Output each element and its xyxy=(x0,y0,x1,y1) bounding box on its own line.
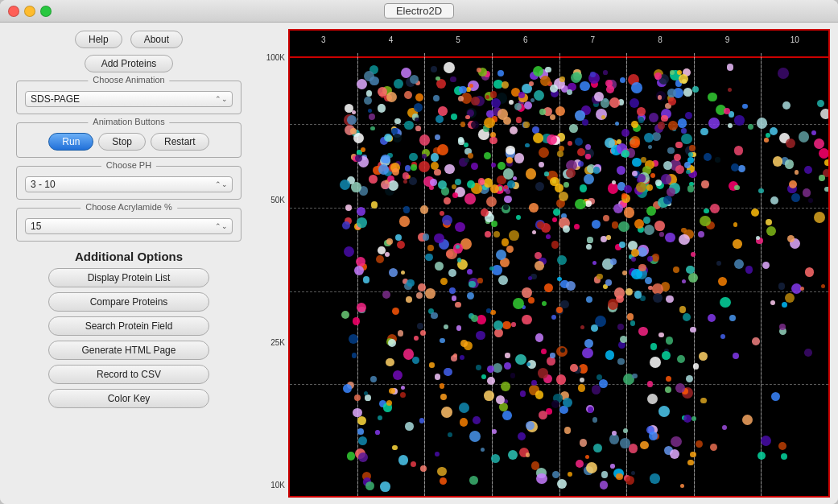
protein-dot xyxy=(410,75,419,84)
protein-dot xyxy=(733,222,738,227)
protein-dot xyxy=(593,444,602,452)
acrylamide-select-wrapper[interactable]: 15 10 8 12 xyxy=(25,218,233,234)
protein-dot xyxy=(343,384,352,393)
protein-dot xyxy=(679,74,689,85)
protein-dot xyxy=(539,147,550,159)
protein-dot xyxy=(708,93,717,102)
compare-proteins-button[interactable]: Compare Proteins xyxy=(48,292,209,312)
anim-btn-row: Run Stop Restart xyxy=(25,133,233,151)
protein-dot xyxy=(419,134,431,146)
protein-dot xyxy=(489,137,497,145)
protein-dot xyxy=(505,353,510,358)
add-proteins-button[interactable]: Add Proteins xyxy=(85,55,174,72)
protein-dot xyxy=(563,182,569,188)
search-protein-field-button[interactable]: Search Protein Field xyxy=(48,316,209,336)
protein-dot xyxy=(632,374,638,379)
protein-dot xyxy=(486,308,491,313)
record-to-csv-button[interactable]: Record to CSV xyxy=(48,365,209,384)
protein-dot xyxy=(357,416,366,425)
protein-dot xyxy=(452,192,459,199)
protein-dot xyxy=(352,353,357,358)
protein-dot xyxy=(542,301,547,306)
protein-dot xyxy=(420,465,427,472)
protein-dot xyxy=(734,146,743,155)
animation-select-wrapper[interactable]: SDS-PAGE 2D Electrophoresis IEF xyxy=(25,91,233,107)
protein-dot xyxy=(419,418,424,423)
protein-dot xyxy=(623,428,628,433)
protein-dot xyxy=(625,476,634,485)
protein-dot xyxy=(597,274,602,279)
ph-select-wrapper[interactable]: 3 - 10 4 - 7 6 - 11 xyxy=(25,176,233,192)
protein-dot xyxy=(808,198,813,203)
protein-dot xyxy=(357,217,367,228)
choose-animation-label: Choose Animation xyxy=(88,75,169,85)
acrylamide-select[interactable]: 15 10 8 12 xyxy=(25,218,233,234)
protein-dot xyxy=(376,255,384,263)
about-button[interactable]: About xyxy=(130,31,183,48)
close-button[interactable] xyxy=(8,6,19,17)
protein-dot xyxy=(690,327,696,333)
color-key-button[interactable]: Color Key xyxy=(48,389,209,408)
maximize-button[interactable] xyxy=(40,6,52,17)
protein-dot xyxy=(464,158,469,163)
protein-dot xyxy=(663,161,672,170)
help-button[interactable]: Help xyxy=(75,31,122,48)
protein-dot xyxy=(537,221,544,229)
protein-dot xyxy=(770,196,778,204)
protein-dot xyxy=(550,177,559,187)
protein-dot xyxy=(476,365,481,370)
animation-select[interactable]: SDS-PAGE 2D Electrophoresis IEF xyxy=(25,91,233,107)
protein-dot xyxy=(444,368,452,377)
generate-html-page-button[interactable]: Generate HTML Page xyxy=(48,341,209,360)
protein-dot xyxy=(594,92,604,101)
protein-dot xyxy=(489,266,493,271)
protein-dot xyxy=(497,70,504,76)
restart-button[interactable]: Restart xyxy=(151,133,209,151)
protein-dot xyxy=(617,358,624,365)
protein-dot xyxy=(511,322,516,327)
app-title: Electro2D xyxy=(384,3,454,19)
protein-dot xyxy=(785,159,795,169)
protein-dot xyxy=(700,216,710,226)
protein-dot xyxy=(404,121,414,130)
x-label-7: 7 xyxy=(559,31,627,53)
protein-dot xyxy=(751,209,760,217)
protein-dot xyxy=(491,98,501,108)
protein-dot xyxy=(580,81,590,92)
ph-select[interactable]: 3 - 10 4 - 7 6 - 11 xyxy=(25,176,233,192)
protein-dot xyxy=(778,442,786,450)
display-protein-list-button[interactable]: Display Protein List xyxy=(48,268,209,287)
protein-dot xyxy=(622,271,627,275)
protein-dot xyxy=(431,162,439,170)
protein-dot xyxy=(526,168,536,179)
protein-dot xyxy=(686,266,694,274)
protein-dot xyxy=(636,182,646,192)
protein-dot xyxy=(532,230,536,234)
protein-dot xyxy=(473,416,481,424)
choose-ph-label: Choose PH xyxy=(101,160,156,170)
protein-dot xyxy=(720,297,731,308)
protein-dot xyxy=(466,87,471,92)
protein-dot xyxy=(349,334,358,344)
protein-dot xyxy=(761,436,771,446)
protein-dot xyxy=(631,249,639,257)
protein-dot xyxy=(560,348,565,353)
app-window: Electro2D Help About Add Proteins Choose… xyxy=(0,0,838,504)
protein-dot xyxy=(484,390,494,401)
protein-dot xyxy=(551,241,559,248)
run-button[interactable]: Run xyxy=(48,133,93,151)
protein-dot xyxy=(528,297,535,304)
protein-dot xyxy=(420,205,429,214)
stop-button[interactable]: Stop xyxy=(98,133,146,151)
protein-dot xyxy=(504,196,511,203)
protein-dot xyxy=(586,296,592,303)
protein-dot xyxy=(440,394,447,400)
protein-dot xyxy=(484,118,494,128)
protein-dot xyxy=(431,66,437,72)
protein-dot xyxy=(570,364,578,372)
protein-dot xyxy=(613,204,623,213)
protein-dot xyxy=(734,115,744,125)
protein-dot xyxy=(674,154,681,161)
protein-dot xyxy=(358,436,367,445)
minimize-button[interactable] xyxy=(24,6,35,17)
